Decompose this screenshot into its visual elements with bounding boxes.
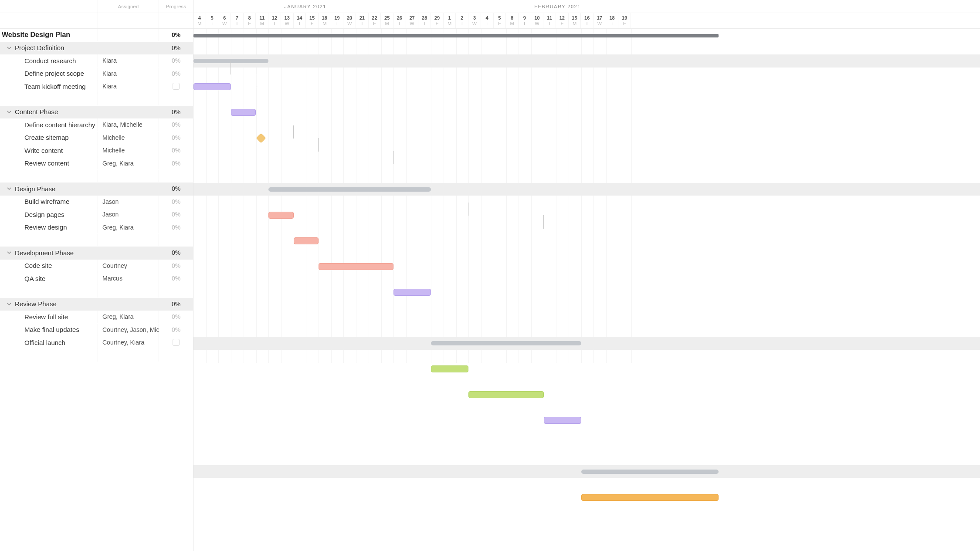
task-name-cell[interactable]: Official launch (0, 336, 98, 349)
group-summary-bar[interactable] (268, 187, 431, 192)
day-column-header[interactable]: 26T (393, 13, 406, 28)
group-row[interactable]: Development Phase0% (0, 247, 193, 260)
assigned-cell[interactable] (98, 247, 159, 259)
assigned-cell[interactable]: Michelle (98, 144, 159, 157)
day-column-header[interactable]: 15M (569, 13, 581, 28)
assigned-cell[interactable]: Kiara, Michelle (98, 118, 159, 131)
milestone-diamond[interactable] (256, 133, 266, 143)
progress-cell[interactable]: 0% (159, 324, 193, 336)
progress-cell[interactable]: 0% (159, 106, 193, 118)
task-name-cell[interactable]: Define project scope (0, 68, 98, 80)
progress-cell[interactable]: 0% (159, 42, 193, 54)
task-bar[interactable] (468, 391, 543, 398)
progress-cell[interactable]: 0% (159, 208, 193, 221)
day-column-header[interactable]: 19F (618, 13, 631, 28)
task-name-cell[interactable]: Conduct research (0, 54, 98, 67)
timeline-pane[interactable]: JANUARY 2021FEBRUARY 2021 4M5T6W7T8F11M1… (193, 0, 980, 551)
day-column-header[interactable]: 28T (418, 13, 431, 28)
progress-cell[interactable]: 0% (159, 29, 193, 41)
day-column-header[interactable]: 18T (606, 13, 619, 28)
task-name-cell[interactable]: Development Phase (0, 247, 98, 259)
group-row[interactable]: Project Definition0% (0, 42, 193, 55)
assigned-cell[interactable]: Greg, Kiara (98, 221, 159, 234)
task-row[interactable]: Official launchCourtney, Kiara (0, 336, 193, 349)
day-column-header[interactable]: 8M (506, 13, 519, 28)
task-name-cell[interactable]: Design Phase (0, 183, 98, 195)
assigned-cell[interactable] (98, 183, 159, 195)
task-name-cell[interactable]: Review Phase (0, 298, 98, 311)
collapse-toggle-icon[interactable] (7, 110, 11, 114)
assigned-cell[interactable]: Michelle (98, 132, 159, 144)
day-column-header[interactable]: 16T (581, 13, 593, 28)
day-column-header[interactable]: 6W (218, 13, 231, 28)
task-bar[interactable] (231, 109, 256, 116)
day-column-header[interactable]: 14T (294, 13, 306, 28)
task-bar[interactable] (268, 212, 293, 219)
task-row[interactable]: Design pagesJason0% (0, 208, 193, 221)
day-column-header[interactable]: 17W (593, 13, 606, 28)
group-summary-bar[interactable] (431, 341, 581, 345)
day-column-header[interactable]: 20W (343, 13, 356, 28)
assigned-cell[interactable]: Courtney, Kiara (98, 336, 159, 349)
day-column-header[interactable]: 3W (468, 13, 481, 28)
day-column-header[interactable]: 4M (193, 13, 206, 28)
group-summary-bar[interactable] (581, 470, 719, 474)
column-header-assigned[interactable]: Assigned (98, 0, 159, 13)
progress-cell[interactable]: 0% (159, 54, 193, 67)
task-bar[interactable] (581, 494, 719, 501)
day-column-header[interactable]: 2T (456, 13, 468, 28)
progress-cell[interactable] (159, 336, 193, 349)
task-name-cell[interactable]: Make final updates (0, 324, 98, 336)
assigned-cell[interactable] (98, 106, 159, 118)
progress-cell[interactable]: 0% (159, 221, 193, 234)
task-name-cell[interactable]: Code site (0, 260, 98, 272)
task-row[interactable]: Code siteCourtney0% (0, 260, 193, 273)
project-row[interactable]: Website Design Plan0% (0, 29, 193, 42)
task-name-cell[interactable]: Team kickoff meeting (0, 80, 98, 93)
day-column-header[interactable]: 18M (319, 13, 331, 28)
task-bar[interactable] (431, 365, 468, 372)
task-bar[interactable] (193, 83, 231, 90)
task-row[interactable]: Build wireframeJason0% (0, 196, 193, 209)
assigned-cell[interactable] (98, 29, 159, 41)
day-column-header[interactable]: 7T (231, 13, 244, 28)
milestone-checkbox[interactable] (173, 83, 180, 90)
task-name-cell[interactable]: Website Design Plan (0, 29, 98, 41)
task-row[interactable]: QA siteMarcus0% (0, 272, 193, 285)
task-row[interactable]: Define content hierarchyKiara, Michelle0… (0, 118, 193, 132)
day-column-header[interactable]: 29F (431, 13, 444, 28)
collapse-toggle-icon[interactable] (7, 186, 11, 191)
task-row[interactable]: Team kickoff meetingKiara (0, 80, 193, 93)
day-column-header[interactable]: 12F (556, 13, 569, 28)
collapse-toggle-icon[interactable] (7, 302, 11, 306)
assigned-cell[interactable] (98, 298, 159, 311)
day-column-header[interactable]: 12T (268, 13, 281, 28)
assigned-cell[interactable]: Jason (98, 208, 159, 221)
day-column-header[interactable]: 11M (256, 13, 268, 28)
progress-cell[interactable]: 0% (159, 298, 193, 311)
column-header-progress[interactable]: Progress (159, 0, 193, 13)
group-row[interactable]: Content Phase0% (0, 106, 193, 119)
progress-cell[interactable]: 0% (159, 260, 193, 272)
project-summary-bar[interactable] (193, 34, 719, 37)
day-column-header[interactable]: 5F (494, 13, 506, 28)
day-column-header[interactable]: 25M (381, 13, 393, 28)
task-name-cell[interactable]: Review content (0, 157, 98, 170)
task-name-cell[interactable]: Define content hierarchy (0, 118, 98, 131)
progress-cell[interactable]: 0% (159, 247, 193, 259)
task-row[interactable]: Make final updatesCourtney, Jason, Miche… (0, 324, 193, 337)
assigned-cell[interactable]: Marcus (98, 272, 159, 285)
assigned-cell[interactable]: Kiara (98, 54, 159, 67)
assigned-cell[interactable]: Courtney (98, 260, 159, 272)
timeline-chart[interactable] (193, 29, 980, 363)
task-row[interactable]: Create sitemapMichelle0% (0, 132, 193, 145)
progress-cell[interactable]: 0% (159, 144, 193, 157)
task-name-cell[interactable]: Project Definition (0, 42, 98, 54)
task-bar[interactable] (544, 417, 581, 424)
day-column-header[interactable]: 27W (406, 13, 419, 28)
task-name-cell[interactable]: Content Phase (0, 106, 98, 118)
assigned-cell[interactable] (98, 42, 159, 54)
group-row[interactable]: Review Phase0% (0, 298, 193, 311)
group-row[interactable]: Design Phase0% (0, 183, 193, 196)
progress-cell[interactable]: 0% (159, 183, 193, 195)
